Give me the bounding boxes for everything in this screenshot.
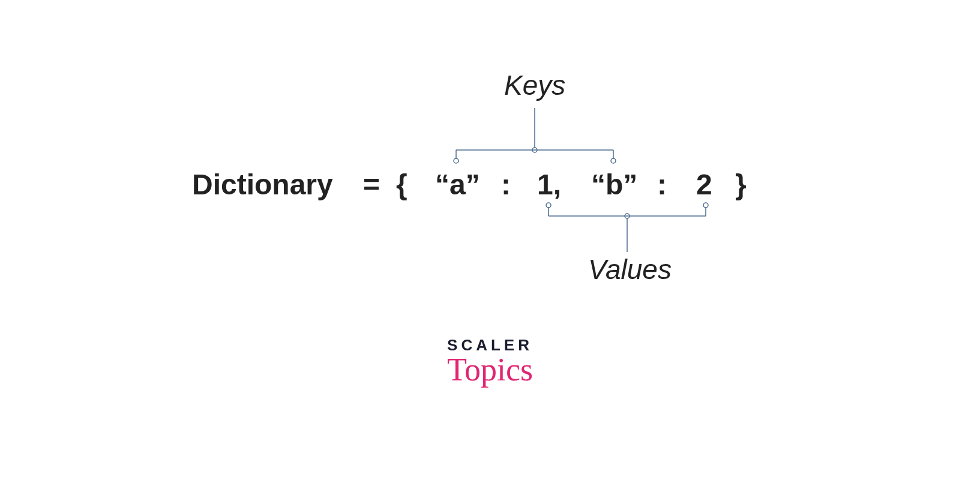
- diagram-stage: Keys Values Dictionary = { “a” : 1,: [0, 0, 980, 480]
- token-val1: 1,: [537, 168, 561, 201]
- token-open: {: [396, 168, 407, 201]
- token-eq: =: [363, 168, 380, 201]
- token-key1: “a”: [435, 168, 480, 201]
- svg-point-8: [625, 214, 630, 218]
- token-close: }: [735, 168, 747, 201]
- svg-point-6: [611, 158, 616, 163]
- values-label: Values: [588, 253, 672, 286]
- svg-point-5: [454, 158, 458, 163]
- token-val2: 2: [696, 168, 712, 201]
- svg-point-1: [532, 148, 537, 152]
- token-key2: “b”: [591, 168, 637, 201]
- token-colon2: :: [657, 168, 667, 201]
- brand-line-2: Topics: [0, 351, 980, 388]
- dictionary-expression: Dictionary = { “a” : 1, “b” : 2 }: [0, 168, 980, 204]
- token-var: Dictionary: [192, 168, 333, 201]
- connector-lines: [0, 0, 980, 480]
- keys-label: Keys: [504, 69, 565, 101]
- brand-logo: SCALER Topics: [0, 336, 980, 388]
- token-colon1: :: [501, 168, 511, 201]
